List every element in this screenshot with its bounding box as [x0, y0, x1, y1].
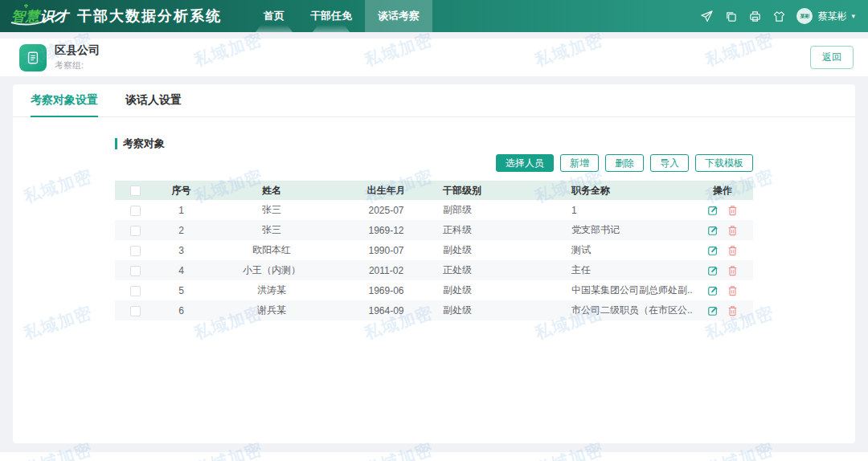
- cell-birth: 1990-07: [336, 240, 436, 260]
- nav-item-interview[interactable]: 谈话考察: [365, 0, 432, 32]
- cell-name: 张三: [207, 200, 336, 220]
- cell-title: 中国某集团公司副总师处副...: [565, 280, 692, 300]
- edit-icon[interactable]: [707, 285, 719, 296]
- back-button[interactable]: 返回: [810, 46, 854, 69]
- cell-name: 欧阳本红: [207, 240, 336, 260]
- inspection-group-label: 考察组:: [55, 59, 100, 71]
- username: 蔡某彬: [817, 10, 846, 23]
- section-title-text: 考察对象: [123, 137, 165, 151]
- cell-title: 1: [565, 200, 692, 220]
- cell-level: 正处级: [436, 260, 565, 280]
- header-birth: 出生年月: [336, 181, 436, 200]
- avatar: 某彬: [796, 8, 813, 24]
- delete-icon[interactable]: [727, 285, 739, 296]
- cell-no: 5: [155, 280, 207, 300]
- cell-title: 主任: [565, 260, 692, 280]
- cell-no: 6: [155, 300, 207, 320]
- row-checkbox[interactable]: [130, 306, 141, 316]
- cell-name: 张三: [207, 220, 336, 240]
- add-button[interactable]: 新增: [560, 154, 599, 172]
- cell-name: 小王（内测）: [207, 260, 336, 280]
- row-checkbox[interactable]: [130, 266, 141, 276]
- chevron-down-icon: ▾: [851, 12, 855, 20]
- app-logo: 智慧识才: [0, 0, 77, 32]
- header-title: 职务全称: [565, 181, 692, 200]
- print-icon[interactable]: [748, 10, 761, 22]
- edit-icon[interactable]: [707, 305, 719, 316]
- delete-icon[interactable]: [727, 265, 739, 276]
- edit-icon[interactable]: [707, 265, 719, 276]
- header-checkbox-cell: [115, 181, 155, 200]
- tab-content: 考察对象 选择人员 新增 删除 导入 下载模板 序号 姓名 出生年月 干部级别: [13, 117, 855, 320]
- system-title: 干部大数据分析系统: [77, 0, 251, 32]
- logo-text: 智慧识才: [11, 7, 69, 26]
- shirt-icon[interactable]: [772, 10, 785, 22]
- section-title-bar: [115, 138, 117, 149]
- tab-interviewees[interactable]: 谈话人设置: [125, 84, 182, 116]
- send-icon[interactable]: [700, 10, 713, 22]
- cell-title: 市公司二级职员（在市区公...: [565, 300, 692, 320]
- table-row: 4 小王（内测） 2011-02 正处级 主任: [115, 260, 753, 280]
- topbar: 智慧识才 干部大数据分析系统 首页 干部任免 谈话考察 某彬 蔡某彬 ▾: [0, 0, 868, 32]
- tab-inspection-targets[interactable]: 考察对象设置: [31, 84, 98, 116]
- table-header-row: 序号 姓名 出生年月 干部级别 职务全称 操作: [115, 181, 753, 200]
- cell-birth: 1969-12: [336, 220, 436, 240]
- row-checkbox[interactable]: [130, 226, 141, 236]
- cell-level: 正科级: [436, 220, 565, 240]
- main-card: 考察对象设置 谈话人设置 考察对象 选择人员 新增 删除 导入 下载模板 序号: [13, 84, 855, 443]
- cell-name: 洪涛某: [207, 280, 336, 300]
- cell-level: 副处级: [436, 280, 565, 300]
- cell-name: 谢兵某: [207, 300, 336, 320]
- main-nav: 首页 干部任免 谈话考察: [251, 0, 432, 32]
- header-name: 姓名: [207, 181, 336, 200]
- table-row: 6 谢兵某 1964-09 副处级 市公司二级职员（在市区公...: [115, 300, 753, 320]
- cell-level: 副处级: [436, 240, 565, 260]
- cell-no: 4: [155, 260, 207, 280]
- nav-item-appointment[interactable]: 干部任免: [297, 0, 365, 32]
- header-no: 序号: [155, 181, 207, 200]
- select-person-button[interactable]: 选择人员: [496, 154, 554, 172]
- delete-icon[interactable]: [727, 205, 739, 216]
- nav-item-home[interactable]: 首页: [251, 0, 297, 32]
- document-icon: [19, 44, 47, 71]
- delete-icon[interactable]: [727, 245, 739, 256]
- row-checkbox[interactable]: [130, 286, 141, 296]
- row-checkbox[interactable]: [130, 246, 141, 256]
- cell-title: 测试: [565, 240, 692, 260]
- section-title: 考察对象: [115, 137, 753, 151]
- import-button[interactable]: 导入: [650, 154, 689, 172]
- edit-icon[interactable]: [707, 225, 719, 236]
- user-menu[interactable]: 某彬 蔡某彬 ▾: [796, 8, 855, 24]
- tab-bar: 考察对象设置 谈话人设置: [13, 84, 855, 117]
- cell-birth: 1964-09: [336, 300, 436, 320]
- cell-birth: 2011-02: [336, 260, 436, 280]
- table-row: 1 张三 2025-07 副部级 1: [115, 200, 753, 220]
- table-row: 2 张三 1969-12 正科级 党支部书记: [115, 220, 753, 240]
- footer-strip: [0, 452, 868, 461]
- edit-icon[interactable]: [707, 205, 719, 216]
- delete-icon[interactable]: [727, 305, 739, 316]
- cell-level: 副部级: [436, 200, 565, 220]
- cell-title: 党支部书记: [565, 220, 692, 240]
- header-level: 干部级别: [436, 181, 565, 200]
- delete-icon[interactable]: [727, 225, 739, 236]
- topbar-right: 某彬 蔡某彬 ▾: [700, 0, 868, 32]
- select-all-checkbox[interactable]: [130, 186, 141, 196]
- cell-level: 副处级: [436, 300, 565, 320]
- header-op: 操作: [692, 181, 753, 200]
- edit-icon[interactable]: [707, 245, 719, 256]
- download-template-button[interactable]: 下载模板: [695, 154, 753, 172]
- cell-birth: 2025-07: [336, 200, 436, 220]
- toolbar: 选择人员 新增 删除 导入 下载模板: [115, 154, 753, 172]
- cell-birth: 1969-06: [336, 280, 436, 300]
- page-header: 区县公司 考察组: 返回: [0, 39, 868, 76]
- copy-icon[interactable]: [724, 10, 737, 22]
- cell-no: 3: [155, 240, 207, 260]
- page-title: 区县公司: [55, 43, 100, 58]
- delete-button[interactable]: 删除: [605, 154, 644, 172]
- row-checkbox[interactable]: [130, 206, 141, 216]
- page-header-titles: 区县公司 考察组:: [55, 43, 100, 71]
- table-row: 5 洪涛某 1969-06 副处级 中国某集团公司副总师处副...: [115, 280, 753, 300]
- targets-table: 序号 姓名 出生年月 干部级别 职务全称 操作 1 张三 2025-07 副部级…: [115, 181, 753, 320]
- cell-no: 1: [155, 200, 207, 220]
